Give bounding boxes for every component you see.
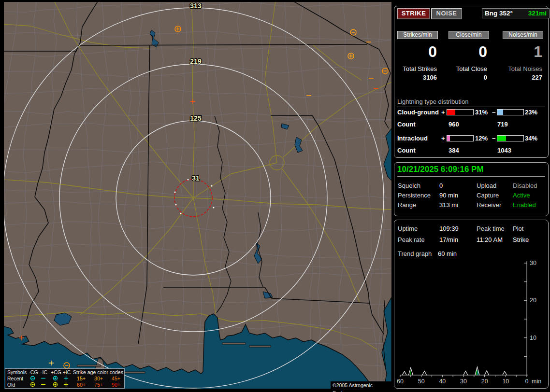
stats-panel: STRIKE NOISE Bng 352° 321mi Strikes/min … xyxy=(394,6,549,158)
svg-text:min: min xyxy=(532,378,541,385)
age-code-15: 15+ xyxy=(73,376,89,381)
map-legend: Symbols -CG -IC +CG +IC Strike age color… xyxy=(5,368,125,389)
recent-pos-ic-icon xyxy=(63,376,69,381)
age-code-60: 60+ xyxy=(73,382,89,388)
strikes-per-min-value: 0 xyxy=(396,43,437,61)
age-code-75: 75+ xyxy=(90,382,107,388)
legend-symbols-header: Symbols xyxy=(7,369,27,375)
datetime-display: 10/21/2025 6:09:16 PM xyxy=(397,165,545,177)
recent-neg-ic-icon xyxy=(41,376,46,381)
old-pos-cg-icon xyxy=(53,382,58,387)
svg-text:50: 50 xyxy=(418,378,425,385)
total-noises-value: 227 xyxy=(502,74,542,81)
svg-text:10: 10 xyxy=(530,335,536,341)
age-code-45: 45+ xyxy=(108,376,124,381)
ic-pos-count: 384 xyxy=(449,147,459,154)
cg-plus-sign: + xyxy=(441,109,445,116)
ic-count-label: Count xyxy=(397,147,416,154)
legend-col-pos-ic: +IC xyxy=(61,369,72,375)
stormvue-window: 31321912531 Symbols -CG -IC +CG +IC Stri… xyxy=(0,0,550,392)
old-pos-ic-icon xyxy=(63,382,69,387)
bearing-distance: 321mi xyxy=(528,10,547,17)
lightning-map[interactable]: 31321912531 xyxy=(4,2,391,389)
cg-neg-pct: 23% xyxy=(525,109,537,116)
distribution-heading: Lightning type distribution xyxy=(397,98,545,107)
cg-pos-count: 960 xyxy=(449,121,459,128)
noises-per-min-chip[interactable]: Noises/min xyxy=(503,31,543,39)
total-noises-label: Total Noises xyxy=(502,65,542,72)
ic-plus-sign: + xyxy=(441,135,445,142)
ic-neg-pct: 34% xyxy=(525,135,537,142)
legend-col-neg-cg: -CG xyxy=(28,369,39,375)
receiver-status: Enabled xyxy=(513,201,536,209)
legend-col-pos-cg: +CG xyxy=(50,369,62,375)
squelch-value: 0 xyxy=(439,182,443,189)
intracloud-label: Intracloud xyxy=(397,135,428,142)
cloud-ground-label: Cloud-ground xyxy=(397,109,439,116)
svg-text:31: 31 xyxy=(192,174,200,182)
ic-neg-bar xyxy=(497,135,524,141)
capture-status: Active xyxy=(513,192,530,199)
ic-neg-count: 1043 xyxy=(497,147,511,154)
legend-row-recent-label: Recent xyxy=(7,376,23,381)
trend-panel: Uptime 109:39 Peak time Plot Peak rate 1… xyxy=(394,220,549,389)
cg-pos-pct: 31% xyxy=(475,109,488,116)
range-label: Range xyxy=(398,201,416,209)
bearing-value: Bng 352° xyxy=(485,10,513,17)
legend-age-header: Strike age color codes xyxy=(73,369,122,375)
upload-status: Disabled xyxy=(513,182,537,189)
squelch-label: Squelch xyxy=(398,182,420,189)
svg-text:30: 30 xyxy=(530,260,536,266)
svg-text:30: 30 xyxy=(460,378,467,385)
cg-pos-bar xyxy=(447,109,474,115)
total-strikes-label: Total Strikes xyxy=(396,65,437,72)
ic-pos-bar xyxy=(447,135,474,141)
cg-neg-count: 719 xyxy=(497,121,508,128)
legend-col-neg-ic: -IC xyxy=(39,369,49,375)
recent-neg-cg-icon xyxy=(30,376,35,381)
bearing-display: Bng 352° 321mi xyxy=(482,8,550,18)
svg-text:219: 219 xyxy=(190,57,202,65)
svg-text:0: 0 xyxy=(525,378,529,385)
age-code-90: 90+ xyxy=(108,382,124,388)
noise-mode-button[interactable]: NOISE xyxy=(431,8,462,19)
capture-label: Capture xyxy=(477,192,499,199)
cg-neg-bar xyxy=(497,109,524,115)
legend-row-old-label: Old xyxy=(7,382,15,388)
strikes-per-min-chip[interactable]: Strikes/min xyxy=(397,31,438,39)
svg-text:10: 10 xyxy=(502,378,509,385)
svg-text:313: 313 xyxy=(190,2,202,10)
close-per-min-chip[interactable]: Close/min xyxy=(449,31,489,39)
persistence-label: Persistence xyxy=(398,192,431,199)
svg-text:125: 125 xyxy=(190,114,202,122)
ic-pos-pct: 12% xyxy=(475,135,488,142)
receiver-label: Receiver xyxy=(477,201,501,209)
close-per-min-value: 0 xyxy=(447,43,487,61)
svg-text:20: 20 xyxy=(481,378,488,385)
recent-pos-cg-icon xyxy=(53,376,58,381)
old-neg-ic-icon xyxy=(41,382,46,387)
status-panel: 10/21/2025 6:09:16 PM Squelch 0 Upload D… xyxy=(394,162,549,216)
map-canvas[interactable]: 31321912531 xyxy=(4,2,391,389)
ic-minus-sign: − xyxy=(492,135,496,142)
cg-count-label: Count xyxy=(397,121,416,128)
strike-mode-button[interactable]: STRIKE xyxy=(397,8,430,19)
persistence-value: 90 min xyxy=(439,192,458,199)
age-code-30: 30+ xyxy=(90,376,107,381)
trend-graph: 1020306050403020100min xyxy=(394,220,547,387)
svg-text:60: 60 xyxy=(397,378,404,385)
svg-text:40: 40 xyxy=(439,378,446,385)
total-close-value: 0 xyxy=(447,74,487,81)
cg-minus-sign: − xyxy=(492,109,496,116)
total-strikes-value: 3106 xyxy=(396,74,437,81)
total-close-label: Total Close xyxy=(447,65,487,72)
svg-text:20: 20 xyxy=(530,297,536,304)
noises-per-min-value: 1 xyxy=(502,43,542,61)
old-neg-cg-icon xyxy=(30,382,35,387)
copyright-notice: ©2005 Astrogenic Systems xyxy=(331,381,393,389)
range-value: 313 mi xyxy=(439,201,458,209)
upload-label: Upload xyxy=(477,182,496,189)
